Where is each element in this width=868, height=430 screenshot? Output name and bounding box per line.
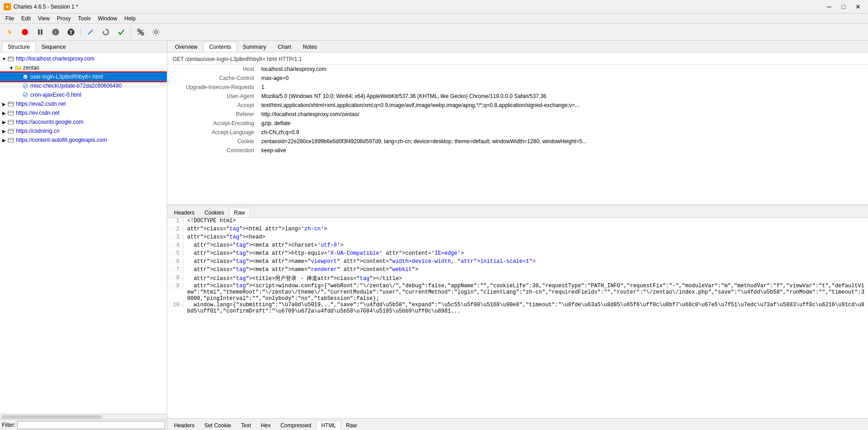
tree-item-zentao[interactable]: ▼ zentao: [0, 63, 167, 72]
response-tab-compressed[interactable]: Compressed: [275, 421, 316, 430]
code-viewer[interactable]: 1<!DOCTYPE html>2attr">class="tag"><html…: [167, 218, 868, 418]
tree-item-google[interactable]: ▶ https://accounts.google.com: [0, 117, 167, 126]
tree-icon-autofill: [7, 136, 14, 144]
svg-point-19: [23, 75, 28, 79]
minimize-button[interactable]: ─: [823, 2, 835, 11]
header-row: User-AgentMozilla/5.0 (Windows NT 10.0; …: [167, 92, 868, 101]
tree-item-misc-check[interactable]: misc-checkUpdate-b72da2c80606490: [0, 81, 167, 90]
tab-chart[interactable]: Chart: [272, 42, 297, 52]
pause-button[interactable]: [33, 25, 47, 39]
clear-button[interactable]: [49, 25, 62, 39]
code-line: 8 attr">class="tag"><title>用户登录 - 禅道attr…: [167, 275, 868, 283]
tree-item-csdnimg[interactable]: ▶ https://csdnimg.cn: [0, 126, 167, 136]
line-content: attr">class="tag"><meta attr">name="view…: [184, 258, 868, 265]
menu-tools[interactable]: Tools: [75, 14, 94, 23]
close-button[interactable]: ✕: [852, 2, 864, 11]
bottom-tab-raw[interactable]: Raw: [229, 208, 250, 217]
bottom-tab-headers[interactable]: Headers: [169, 208, 199, 217]
toolbar-separator-1: [80, 27, 81, 37]
tree-arrow-ev: ▶: [1, 111, 7, 116]
tree-icon-csdnimg: [7, 127, 14, 135]
tree-item-localhost[interactable]: ▼ http://localhost.charlesproxy.com: [0, 54, 167, 63]
tab-summary[interactable]: Summary: [237, 42, 272, 52]
tree-arrow-zentao: ▼: [8, 65, 14, 70]
line-content: <!DOCTYPE html>: [184, 218, 868, 224]
header-value: zentaosid=22e280ce1899b6e5d0f3f49208d597…: [258, 137, 868, 146]
tab-overview[interactable]: Overview: [169, 42, 203, 52]
header-name: Referer: [167, 110, 258, 119]
header-name: Accept-Language: [167, 128, 258, 137]
code-line: 10 window.lang={"submitting":"\u7a0d\u50…: [167, 302, 868, 314]
gear-button[interactable]: [149, 25, 163, 39]
tree-item-ev-csdn[interactable]: ▶ https://ev.csdn.net: [0, 108, 167, 117]
tree-icon-misc: [22, 82, 29, 89]
record-button[interactable]: [18, 25, 32, 39]
svg-point-14: [155, 31, 157, 33]
menu-help[interactable]: Help: [121, 14, 139, 23]
response-tab-hex[interactable]: Hex: [256, 421, 275, 430]
bottom-tabs: Headers Cookies Raw: [167, 206, 868, 218]
tree-arrow-google: ▶: [1, 120, 7, 125]
svg-point-16: [9, 57, 9, 58]
svg-marker-9: [103, 31, 104, 32]
code-line: 1<!DOCTYPE html>: [167, 218, 868, 226]
line-content: attr">class="tag"><head>: [184, 234, 868, 240]
lightning-button[interactable]: [3, 25, 16, 39]
tab-sequence[interactable]: Sequence: [36, 42, 72, 52]
content-lower: 1<!DOCTYPE html>2attr">class="tag"><html…: [167, 218, 868, 430]
menu-edit[interactable]: Edit: [18, 14, 34, 23]
request-headers-area: GET /zentao/user-login-L3plbnRhby8=.html…: [167, 52, 868, 206]
pen-button[interactable]: [84, 25, 97, 39]
line-number: 1: [167, 218, 184, 224]
header-row: Connectionkeep-alive: [167, 146, 868, 155]
line-number: 3: [167, 234, 184, 240]
response-tab-raw[interactable]: Raw: [341, 421, 362, 430]
tree-label-zentao: zentao: [23, 65, 39, 71]
response-tab-html[interactable]: HTML: [316, 421, 341, 430]
response-tab-text[interactable]: Text: [236, 421, 256, 430]
scissors-button[interactable]: [134, 25, 147, 39]
maximize-button[interactable]: □: [837, 2, 850, 11]
svg-rect-25: [8, 111, 14, 115]
header-row: Accept-Languagezh-CN,zh;q=0.9: [167, 128, 868, 137]
tree-item-eva2[interactable]: ▶ https://eva2.csdn.net: [0, 99, 167, 108]
tree-item-cron-ajax[interactable]: cron-ajaxExec-0.html: [0, 90, 167, 99]
title-text: Charles 4.6.5 - Session 1 *: [14, 4, 78, 10]
code-line: 4 attr">class="tag"><meta attr">charset=…: [167, 242, 868, 250]
response-tab-headers[interactable]: Headers: [169, 421, 199, 430]
response-tab-setcookie[interactable]: Set Cookie: [199, 421, 236, 430]
menu-view[interactable]: View: [34, 14, 53, 23]
header-value: http://localhost.charlesproxy.com/zentao…: [258, 110, 868, 119]
tab-contents[interactable]: Contents: [203, 42, 237, 52]
filter-input[interactable]: [17, 421, 165, 429]
filter-button[interactable]: [64, 25, 78, 39]
line-content: attr">class="tag"><html attr">lang='zh-c…: [184, 226, 868, 232]
refresh-button[interactable]: [99, 25, 113, 39]
tree-item-user-login[interactable]: user-login-L3plbnRhby8=.html: [0, 72, 167, 81]
header-row: Refererhttp://localhost.charlesproxy.com…: [167, 110, 868, 119]
bottom-tab-cookies[interactable]: Cookies: [199, 208, 229, 217]
menu-file[interactable]: File: [2, 14, 18, 23]
tree-item-autofill[interactable]: ▶ https://content-autofill.googleapis.co…: [0, 136, 167, 145]
filter-label: Filter:: [2, 422, 15, 428]
tab-notes[interactable]: Notes: [297, 42, 323, 52]
header-value: Mozilla/5.0 (Windows NT 10.0; Win64; x64…: [258, 92, 868, 101]
left-panel: Structure Sequence ▼ http://localhost.ch…: [0, 41, 167, 430]
header-value: keep-alive: [258, 146, 868, 155]
menu-bar: File Edit View Proxy Tools Window Help: [0, 14, 868, 23]
top-tabs: OverviewContentsSummaryChartNotes: [167, 41, 868, 52]
toolbar: [0, 23, 868, 41]
tab-structure[interactable]: Structure: [2, 42, 36, 52]
menu-window[interactable]: Window: [94, 14, 121, 23]
svg-point-17: [10, 57, 11, 58]
right-panel: OverviewContentsSummaryChartNotes GET /z…: [167, 41, 868, 430]
menu-proxy[interactable]: Proxy: [53, 14, 75, 23]
horizontal-scrollbar[interactable]: [0, 414, 167, 419]
check-button[interactable]: [114, 25, 128, 39]
header-value: text/html,application/xhtml+xml,applicat…: [258, 101, 868, 110]
window-controls: ─ □ ✕: [823, 2, 864, 11]
line-number: 9: [167, 283, 184, 289]
header-value: gzip, deflate: [258, 119, 868, 128]
header-row: Hostlocalhost.charlesproxy.com: [167, 65, 868, 74]
line-number: 6: [167, 258, 184, 265]
